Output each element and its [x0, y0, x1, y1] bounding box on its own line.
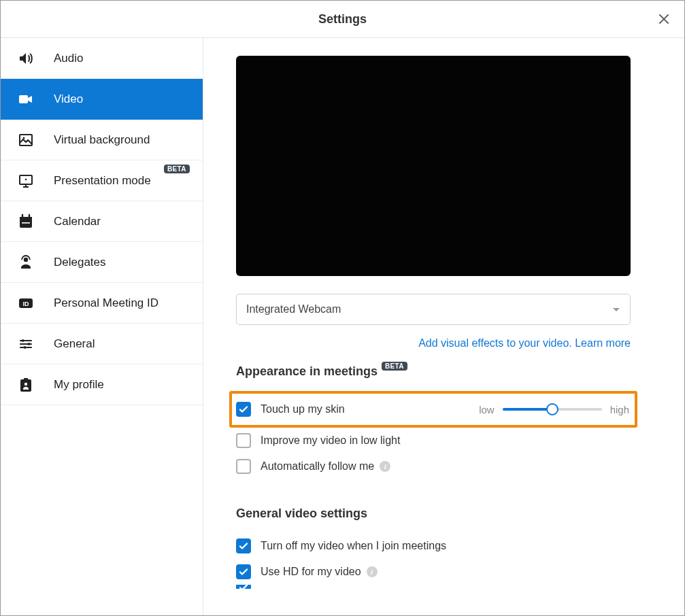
camera-selected-value: Integrated Webcam [246, 303, 341, 315]
low-light-checkbox[interactable] [236, 433, 251, 448]
sidebar-item-presentation-mode[interactable]: Presentation mode BETA [1, 160, 203, 201]
touch-up-skin-label: Touch up my skin [261, 403, 345, 415]
touch-up-skin-row: Touch up my skin low high [229, 391, 637, 428]
sidebar-item-label: Personal Meeting ID [54, 296, 158, 310]
svg-text:ID: ID [23, 301, 30, 307]
monitor-icon [17, 172, 35, 190]
svg-rect-0 [19, 95, 28, 103]
auto-follow-checkbox[interactable] [236, 459, 251, 474]
checkmark-icon [239, 541, 248, 551]
sidebar-item-delegates[interactable]: Delegates [1, 242, 203, 283]
touch-up-slider[interactable] [503, 408, 602, 411]
beta-badge: BETA [382, 362, 407, 371]
svg-rect-13 [24, 346, 26, 348]
page-title: Settings [318, 12, 367, 27]
checkmark-icon [239, 405, 248, 414]
content-scroll-area[interactable]: Integrated Webcam Add visual effects to … [203, 38, 684, 615]
general-video-heading-text: General video settings [236, 507, 367, 521]
checkmark-icon [239, 567, 248, 577]
headset-user-icon [17, 254, 35, 271]
video-camera-icon [17, 90, 35, 108]
auto-follow-row: Automatically follow me i [236, 454, 631, 479]
info-icon[interactable]: i [380, 461, 390, 472]
svg-point-8 [24, 257, 28, 261]
settings-sidebar: Audio Video Virtual background Presentat… [1, 38, 203, 615]
sidebar-item-label: Audio [54, 52, 83, 65]
use-hd-label: Use HD for my video [261, 566, 361, 578]
auto-follow-label: Automatically follow me [261, 460, 374, 473]
svg-point-2 [23, 137, 25, 139]
sidebar-item-calendar[interactable]: Calendar [1, 201, 203, 242]
sidebar-item-my-profile[interactable]: My profile [1, 364, 203, 405]
appearance-heading: Appearance in meetings BETA [236, 364, 652, 379]
turn-off-video-label: Turn off my video when I join meetings [261, 540, 446, 552]
use-hd-checkbox[interactable] [236, 564, 251, 579]
id-badge-icon: ID [17, 294, 35, 312]
sidebar-item-video[interactable]: Video [1, 79, 203, 120]
svg-rect-7 [22, 222, 30, 224]
svg-rect-11 [22, 339, 24, 341]
partial-next-row [236, 585, 631, 589]
turn-off-video-row: Turn off my video when I join meetings [236, 533, 631, 559]
video-preview [236, 56, 631, 276]
slider-high-label: high [610, 404, 629, 415]
svg-point-15 [24, 382, 27, 385]
sidebar-item-label: Presentation mode [54, 174, 151, 188]
low-light-row: Improve my video in low light [236, 428, 631, 454]
low-light-label: Improve my video in low light [261, 434, 400, 447]
sidebar-item-audio[interactable]: Audio [1, 38, 203, 79]
settings-header: Settings [1, 1, 684, 38]
close-button[interactable] [656, 11, 672, 27]
beta-badge: BETA [164, 165, 190, 173]
sliders-icon [17, 335, 35, 353]
sidebar-item-personal-meeting-id[interactable]: ID Personal Meeting ID [1, 283, 203, 324]
sidebar-item-general[interactable]: General [1, 324, 203, 364]
calendar-icon [17, 213, 35, 230]
general-video-heading: General video settings [236, 507, 652, 521]
sidebar-item-label: Delegates [54, 256, 106, 269]
slider-thumb[interactable] [546, 403, 558, 415]
camera-select[interactable]: Integrated Webcam [236, 294, 631, 325]
checkmark-icon [239, 585, 248, 589]
sidebar-item-label: Calendar [54, 215, 101, 228]
touch-up-skin-checkbox[interactable] [236, 402, 251, 417]
sidebar-item-virtual-background[interactable]: Virtual background [1, 120, 203, 160]
image-icon [17, 131, 35, 149]
svg-rect-14 [24, 378, 28, 381]
sidebar-item-label: My profile [54, 378, 104, 392]
appearance-heading-text: Appearance in meetings [236, 364, 378, 379]
turn-off-video-checkbox[interactable] [236, 538, 251, 553]
sidebar-item-label: General [54, 337, 95, 351]
visual-effects-link[interactable]: Add visual effects to your video. Learn … [418, 337, 631, 349]
speaker-icon [17, 50, 35, 67]
svg-rect-12 [28, 343, 30, 345]
chevron-down-icon [612, 303, 620, 315]
info-icon[interactable]: i [367, 566, 378, 577]
slider-low-label: low [479, 404, 495, 415]
profile-badge-icon [17, 376, 35, 394]
close-icon [657, 12, 671, 26]
partial-checkbox[interactable] [236, 585, 251, 589]
slider-fill [503, 408, 552, 411]
svg-rect-6 [20, 217, 32, 220]
use-hd-row: Use HD for my video i [236, 559, 631, 585]
svg-point-4 [25, 178, 27, 180]
sidebar-item-label: Video [54, 92, 83, 106]
sidebar-item-label: Virtual background [54, 133, 150, 147]
